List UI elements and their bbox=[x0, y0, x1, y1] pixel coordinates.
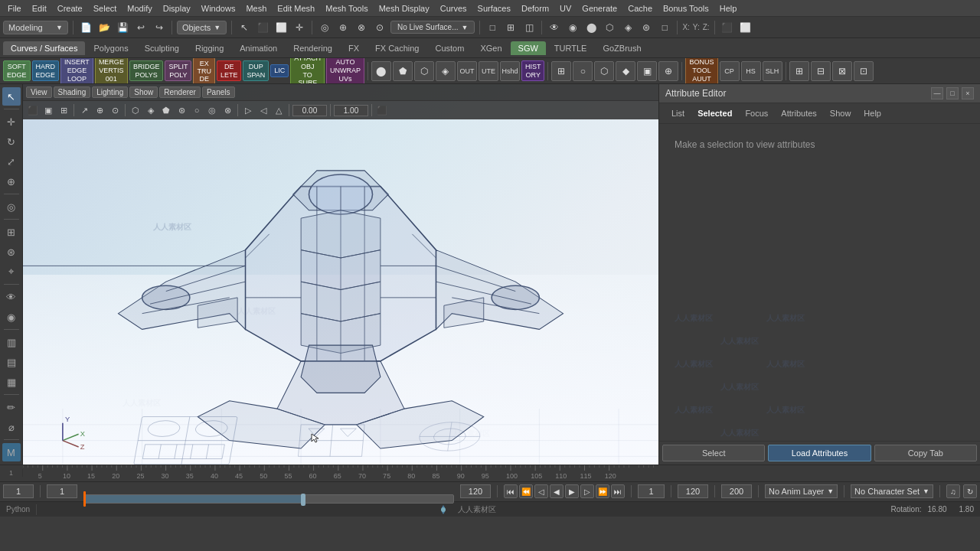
snap-grid-icon[interactable]: ⊞ bbox=[2, 223, 21, 241]
vp-icon-10[interactable]: ⊛ bbox=[175, 103, 188, 117]
vp-icon-12[interactable]: ◎ bbox=[205, 103, 219, 117]
cam-btn[interactable]: □ bbox=[657, 20, 672, 35]
tab-fx[interactable]: FX bbox=[341, 41, 367, 55]
vp-icon-5[interactable]: ⊕ bbox=[93, 103, 106, 117]
play-fwd-btn[interactable]: ▶ bbox=[565, 484, 579, 498]
cylinder-icon-btn[interactable]: ⬟ bbox=[393, 61, 413, 81]
snap2-btn[interactable]: ⊕ bbox=[335, 20, 351, 35]
rotate-tool-icon[interactable]: ↻ bbox=[2, 132, 21, 151]
new-scene-btn[interactable]: 📄 bbox=[78, 20, 93, 35]
move-tool-btn[interactable]: ✛ bbox=[292, 20, 307, 35]
light-btn[interactable]: ◈ bbox=[620, 20, 635, 35]
attr-tab-show[interactable]: Show bbox=[824, 106, 858, 120]
extra-icon-3[interactable]: ⊠ bbox=[832, 61, 852, 81]
attr-tab-help[interactable]: Help bbox=[858, 106, 887, 120]
play-back-btn[interactable]: ◀ bbox=[550, 484, 564, 498]
vp-icon-2[interactable]: ▣ bbox=[41, 103, 55, 117]
layer3-icon[interactable]: ▦ bbox=[2, 373, 21, 391]
redo-btn[interactable]: ↪ bbox=[152, 20, 167, 35]
step-back-btn[interactable]: ◁ bbox=[534, 484, 548, 498]
audio-btn[interactable]: ♫ bbox=[946, 484, 960, 498]
menu-create[interactable]: Create bbox=[53, 2, 87, 15]
timeline-range-handle[interactable] bbox=[301, 494, 305, 506]
menu-bonus-tools[interactable]: Bonus Tools bbox=[658, 2, 714, 15]
tab-fx-caching[interactable]: FX Caching bbox=[368, 41, 426, 55]
vp-icon-17[interactable]: ⬛ bbox=[375, 103, 389, 117]
vp-view-menu[interactable]: View bbox=[26, 86, 52, 98]
menu-surfaces[interactable]: Surfaces bbox=[473, 2, 515, 15]
isolate-icon[interactable]: ◉ bbox=[2, 308, 21, 326]
loop-btn[interactable]: ↻ bbox=[963, 484, 977, 498]
attr-tab-focus[interactable]: Focus bbox=[739, 106, 774, 120]
out-btn[interactable]: OUT bbox=[457, 61, 477, 81]
vp-icon-1[interactable]: ⬛ bbox=[26, 103, 40, 117]
soft-edge-btn[interactable]: SOFTEDGE bbox=[3, 60, 31, 82]
loop-start-input[interactable] bbox=[638, 484, 665, 498]
anim-end-input[interactable] bbox=[678, 484, 708, 498]
hshd-btn[interactable]: Hshd bbox=[500, 61, 520, 81]
menu-help[interactable]: Help bbox=[715, 2, 742, 15]
layer2-icon[interactable]: ▤ bbox=[2, 353, 21, 371]
attr-minimize-btn[interactable]: — bbox=[931, 87, 943, 99]
menu-edit-mesh[interactable]: Edit Mesh bbox=[273, 2, 319, 15]
vp-lighting-menu[interactable]: Lighting bbox=[92, 86, 128, 98]
menu-curves[interactable]: Curves bbox=[436, 2, 472, 15]
no-anim-layer-dropdown[interactable]: No Anim Layer ▼ bbox=[765, 484, 838, 498]
next-key-btn[interactable]: ⏩ bbox=[596, 484, 609, 498]
vp-show-menu[interactable]: Show bbox=[129, 86, 158, 98]
lic-btn[interactable]: LIC bbox=[270, 64, 289, 77]
menu-generate[interactable]: Generate bbox=[577, 2, 622, 15]
tab-custom[interactable]: Custom bbox=[428, 41, 472, 55]
layer-icon[interactable]: ▥ bbox=[2, 333, 21, 351]
range-end-input[interactable] bbox=[460, 484, 491, 498]
hard-edge-btn[interactable]: HARDEDGE bbox=[32, 60, 60, 82]
render2-btn[interactable]: ⊞ bbox=[503, 20, 518, 35]
display-btn[interactable]: ⬤ bbox=[583, 20, 599, 35]
snap-point-icon[interactable]: ⊛ bbox=[2, 243, 21, 261]
cp-btn[interactable]: CP bbox=[720, 61, 740, 81]
extra-icon-4[interactable]: ⊡ bbox=[854, 61, 874, 81]
load-attributes-btn[interactable]: Load Attributes bbox=[768, 445, 871, 461]
lasso-tool-btn[interactable]: ⬛ bbox=[255, 20, 270, 35]
menu-mesh[interactable]: Mesh bbox=[241, 2, 271, 15]
tab-animation[interactable]: Animation bbox=[232, 41, 285, 55]
icon1-btn[interactable]: ⬛ bbox=[720, 20, 735, 35]
tab-sgw[interactable]: SGW bbox=[511, 41, 546, 55]
bonus-tool-btn[interactable]: BONUSTOOLAUUT bbox=[685, 58, 717, 84]
tab-curves-surfaces[interactable]: Curves / Surfaces bbox=[3, 41, 85, 55]
delete-btn[interactable]: DELETE bbox=[217, 60, 242, 82]
paint-tool-btn[interactable]: ⬜ bbox=[273, 20, 289, 35]
slh-btn[interactable]: SLH bbox=[763, 61, 782, 81]
prev-key-btn[interactable]: ⏪ bbox=[519, 484, 533, 498]
mat-btn[interactable]: ⊛ bbox=[639, 20, 654, 35]
range-start-input[interactable] bbox=[47, 484, 77, 498]
bridge-polys-btn[interactable]: BRIDGEPOLYS bbox=[129, 60, 164, 82]
show-hide-icon[interactable]: 👁 bbox=[2, 288, 21, 306]
menu-cache[interactable]: Cache bbox=[623, 2, 657, 15]
menu-uv[interactable]: UV bbox=[555, 2, 576, 15]
move-tool-icon[interactable]: ✛ bbox=[2, 112, 21, 131]
torus-icon-btn[interactable]: ◈ bbox=[436, 61, 456, 81]
vp-icon-15[interactable]: ◁ bbox=[256, 103, 270, 117]
mode-dropdown[interactable]: Modeling ▼ bbox=[3, 21, 68, 34]
merge-verts-btn[interactable]: MERGEVERTIS001 bbox=[95, 58, 128, 84]
timeline-ruler-marks[interactable] bbox=[23, 465, 658, 481]
vp-icon-4[interactable]: ↗ bbox=[77, 103, 91, 117]
menu-deform[interactable]: Deform bbox=[517, 2, 554, 15]
viewport[interactable]: 人人素材区 人人素材区 人人素材区 人人素材区 人人素材区 bbox=[23, 84, 658, 465]
ute-btn[interactable]: UTE bbox=[479, 61, 498, 81]
vp-renderer-menu[interactable]: Renderer bbox=[159, 86, 201, 98]
attach-obj-btn[interactable]: ATTACHOBJTOSURF bbox=[290, 58, 325, 84]
menu-edit[interactable]: Edit bbox=[28, 2, 51, 15]
tab-polygons[interactable]: Polygons bbox=[86, 41, 136, 55]
attr-maximize-btn[interactable]: □ bbox=[946, 87, 959, 99]
icon-hex-btn[interactable]: ⬡ bbox=[594, 61, 614, 81]
icon-circle-btn[interactable]: ○ bbox=[573, 61, 593, 81]
snap-curve-icon[interactable]: ⌖ bbox=[2, 262, 21, 281]
tab-turtle[interactable]: TURTLE bbox=[547, 41, 595, 55]
render-btn[interactable]: □ bbox=[485, 20, 500, 35]
extra-icon-2[interactable]: ⊟ bbox=[811, 61, 831, 81]
step-fwd-btn[interactable]: ▷ bbox=[580, 484, 594, 498]
icon-diamond-btn[interactable]: ◆ bbox=[616, 61, 635, 81]
vp-icon-16[interactable]: △ bbox=[272, 103, 286, 117]
